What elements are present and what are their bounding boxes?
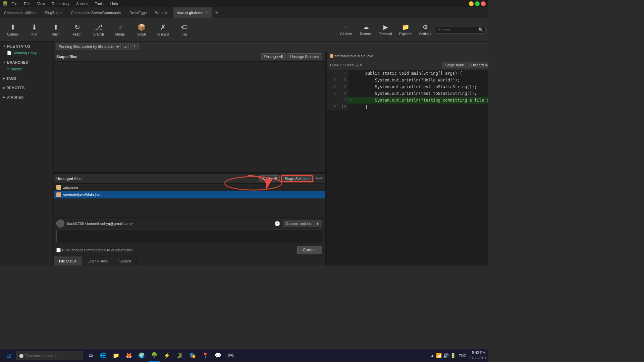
- code-line: 5 5 public static void main(String[] arg…: [327, 70, 488, 77]
- menu-repository[interactable]: Repository: [50, 1, 71, 6]
- line-num-new: 8: [337, 90, 347, 97]
- tab-cheesecakeutilities[interactable]: CheesecakeUtilities: [0, 7, 41, 18]
- line-marker: [347, 90, 353, 97]
- code-line: 8 8 System.out.println(test.toStaticStri…: [327, 90, 488, 97]
- menu-help[interactable]: Help: [109, 1, 119, 6]
- menu-actions[interactable]: Actions: [75, 1, 90, 6]
- line-content: System.out.println("testing committing a…: [353, 97, 488, 104]
- modified-icon: [56, 192, 61, 197]
- tab-close-icon[interactable]: ✕: [205, 11, 208, 14]
- settings-icon: ⚙: [423, 23, 428, 31]
- line-num-new: 9: [337, 97, 347, 104]
- minimize-button[interactable]: [469, 1, 474, 6]
- main-content: ▼ FILE STATUS 📄 Working Copy ▼ BRANCHES …: [0, 42, 488, 265]
- menu-tools[interactable]: Tools: [94, 1, 105, 6]
- maximize-button[interactable]: [475, 1, 480, 6]
- tab-search[interactable]: Search: [114, 256, 137, 266]
- clock-icon[interactable]: 🕐: [274, 221, 280, 226]
- stage-all-button[interactable]: Stage All: [259, 175, 280, 182]
- push-button[interactable]: ⬆ Push: [46, 19, 66, 41]
- tab-add-button[interactable]: +: [212, 10, 221, 16]
- discard-hunk-button[interactable]: Discard hunk: [468, 62, 488, 68]
- list-view-button[interactable]: ≡: [122, 43, 129, 50]
- code-line: 7 7 System.out.println(test.toStaticStri…: [327, 83, 488, 90]
- commit-submit-button[interactable]: Commit: [297, 246, 322, 254]
- tag-button[interactable]: 🏷 Tag: [174, 19, 195, 41]
- line-content: System.out.println(test.toStaticString()…: [353, 90, 488, 97]
- list-item[interactable]: .gitignore: [54, 184, 325, 191]
- discard-icon: ✗: [160, 23, 166, 31]
- sidebar-section-remotes: ▶ REMOTES: [0, 83, 53, 93]
- pull-button[interactable]: ⬇ Pull: [24, 19, 44, 41]
- detail-view-button[interactable]: ⋮: [130, 43, 139, 50]
- user-name: itachi1706 <kennethsohyq@gmail.com>: [67, 222, 272, 226]
- tab-website[interactable]: Website: [151, 7, 173, 18]
- list-item[interactable]: src/main/java/Main.java: [54, 191, 325, 198]
- merge-button[interactable]: ⑂ Merge: [110, 19, 130, 41]
- resize-icon: ⟺: [316, 175, 322, 182]
- dropdown-icon: ▼: [316, 222, 319, 226]
- tab-droideggs[interactable]: DroidEggs: [125, 7, 151, 18]
- staged-files-section: Staged files Unstage All Unstage Selecte…: [54, 52, 325, 173]
- commit-button[interactable]: ⬆ Commit: [3, 19, 23, 41]
- code-line: 9 + System.out.println("testing committi…: [327, 97, 488, 104]
- line-marker: [347, 70, 353, 77]
- commit-area: itachi1706 <kennethsohyq@gmail.com> 🕐 Co…: [54, 217, 325, 256]
- sidebar-item-working-copy[interactable]: 📄 Working Copy: [0, 50, 53, 56]
- terminal-button[interactable]: ▶ Terminal: [376, 19, 395, 41]
- branch-button[interactable]: ⎇ Branch: [89, 19, 109, 41]
- line-content: }: [353, 104, 488, 110]
- sidebar-header-stashes[interactable]: ▶ STASHES: [0, 94, 53, 101]
- tab-file-status[interactable]: File Status: [54, 256, 82, 266]
- unstage-selected-button[interactable]: Unstage Selected: [287, 53, 322, 60]
- hunk-buttons: Stage hunk Discard hunk: [442, 62, 488, 68]
- stage-hunk-button[interactable]: Stage hunk: [442, 62, 467, 68]
- discard-button[interactable]: ✗ Discard: [153, 19, 173, 41]
- line-num-old: 8: [327, 90, 337, 97]
- tab-howtogit[interactable]: how-to-git-demo ✕: [173, 7, 212, 18]
- stage-selected-button[interactable]: Stage Selected: [281, 175, 313, 182]
- line-num-old: 7: [327, 83, 337, 90]
- commit-options-button[interactable]: Commit options... ▼: [283, 220, 322, 227]
- sidebar-header-file-status[interactable]: ▼ FILE STATUS: [0, 43, 53, 50]
- right-panel: src/main/java/Main.java ✕ Hunk 1 : Lines…: [327, 52, 488, 265]
- remote-button[interactable]: ☁ Remote: [357, 19, 375, 41]
- menu-view[interactable]: View: [36, 1, 47, 6]
- sidebar-header-remotes[interactable]: ▶ REMOTES: [0, 84, 53, 91]
- gitflow-button[interactable]: ⑂ Git-flow: [337, 19, 355, 41]
- line-content: System.out.println("Hello World!");: [353, 77, 488, 83]
- commit-message-input[interactable]: [56, 230, 322, 243]
- search-input[interactable]: [438, 28, 478, 32]
- unstage-all-button[interactable]: Unstage All: [261, 53, 286, 60]
- toolbar-search[interactable]: 🔍: [436, 26, 486, 34]
- code-line: 9 10 }: [327, 104, 488, 110]
- sidebar-section-label-tags: TAGS: [6, 76, 16, 80]
- sidebar-header-branches[interactable]: ▼ BRANCHES: [0, 59, 53, 66]
- sort-select[interactable]: Pending files, sorted by file status: [56, 43, 121, 50]
- fetch-button[interactable]: ↻ Fetch: [67, 19, 87, 41]
- close-button[interactable]: [481, 1, 486, 6]
- stash-button[interactable]: 📦 Stash: [131, 19, 152, 41]
- settings-button[interactable]: ⚙ Settings: [416, 19, 434, 41]
- sidebar: ▼ FILE STATUS 📄 Working Copy ▼ BRANCHES …: [0, 42, 54, 265]
- title-bar-menu: File Edit View Repository Actions Tools …: [10, 1, 119, 6]
- tab-singbuses[interactable]: SingBuses: [41, 7, 67, 18]
- tab-server[interactable]: CheesecakeServerCommands: [67, 7, 125, 18]
- push-checkbox[interactable]: [56, 248, 61, 252]
- menu-edit[interactable]: Edit: [23, 1, 32, 6]
- sidebar-header-tags[interactable]: ▶ TAGS: [0, 75, 53, 82]
- stash-icon: 📦: [138, 23, 146, 31]
- tab-log-history[interactable]: Log / History: [82, 256, 114, 266]
- push-checkbox-label[interactable]: Push changes immediately to origin/maste…: [56, 248, 132, 252]
- sidebar-item-master[interactable]: ○ master: [0, 66, 53, 72]
- file-icon: 📄: [7, 51, 12, 55]
- line-num-old: 6: [327, 77, 337, 83]
- hunk-toolbar: Hunk 1 : Lines 5-10 Stage hunk Discard h…: [327, 60, 488, 70]
- code-filename: src/main/java/Main.java: [330, 54, 373, 58]
- explorer-button[interactable]: 📁 Explorer: [396, 19, 415, 41]
- pull-icon: ⬇: [32, 23, 37, 31]
- fetch-icon: ↻: [74, 23, 80, 31]
- menu-file[interactable]: File: [10, 1, 19, 6]
- line-num-new: 6: [337, 77, 347, 83]
- title-bar: 🌳 File Edit View Repository Actions Tool…: [0, 0, 488, 7]
